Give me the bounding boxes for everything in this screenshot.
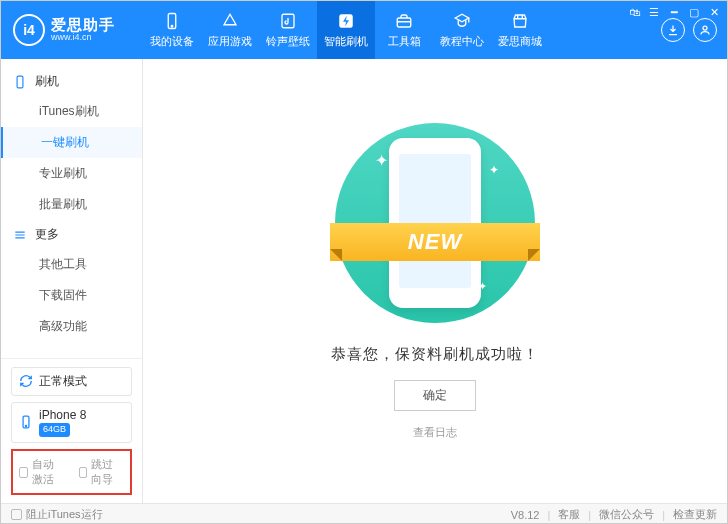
app-header: i4 爱思助手 www.i4.cn 我的设备应用游戏铃声壁纸智能刷机工具箱教程中… (1, 1, 727, 59)
svg-point-8 (25, 426, 26, 427)
block-itunes-checkbox[interactable]: 阻止iTunes运行 (11, 507, 103, 522)
nav-toolbox[interactable]: 工具箱 (375, 1, 433, 59)
toolbox-icon (394, 11, 414, 31)
view-log-link[interactable]: 查看日志 (413, 425, 457, 440)
wechat-link[interactable]: 微信公众号 (599, 507, 654, 522)
sidebar-item[interactable]: iTunes刷机 (1, 96, 142, 127)
sidebar-footer: 正常模式 iPhone 8 64GB 自动激活 跳过向导 (1, 358, 142, 503)
svg-rect-6 (17, 76, 23, 88)
sidebar-item[interactable]: 其他工具 (1, 249, 142, 280)
update-link[interactable]: 检查更新 (673, 507, 717, 522)
brand-url: www.i4.cn (51, 33, 115, 43)
svg-point-5 (703, 26, 707, 30)
auto-activate-checkbox[interactable]: 自动激活 (19, 457, 65, 487)
nav-store[interactable]: 爱思商城 (491, 1, 549, 59)
sidebar-section-1: 更多 (1, 220, 142, 249)
sidebar-item[interactable]: 高级功能 (1, 311, 142, 342)
device-icon (13, 75, 27, 89)
more-icon (13, 228, 27, 242)
brand-name: 爱思助手 (51, 17, 115, 34)
minimize-icon[interactable]: ━ (667, 5, 681, 19)
sparkle-icon: ✦ (489, 163, 499, 177)
nav-music[interactable]: 铃声壁纸 (259, 1, 317, 59)
top-nav: 我的设备应用游戏铃声壁纸智能刷机工具箱教程中心爱思商城 (143, 1, 661, 59)
apps-icon (220, 11, 240, 31)
skip-wizard-checkbox[interactable]: 跳过向导 (79, 457, 125, 487)
sidebar-item[interactable]: 下载固件 (1, 280, 142, 311)
ok-button[interactable]: 确定 (394, 380, 476, 411)
sidebar-item[interactable]: 批量刷机 (1, 189, 142, 220)
nav-phone[interactable]: 我的设备 (143, 1, 201, 59)
svg-rect-4 (397, 18, 411, 27)
highlighted-options: 自动激活 跳过向导 (11, 449, 132, 495)
sidebar-section-0: 刷机 (1, 67, 142, 96)
svg-point-1 (171, 26, 173, 28)
content-panel: ✦ ✦ ✦ NEW 恭喜您，保资料刷机成功啦！ 确定 查看日志 (143, 59, 727, 503)
maximize-icon[interactable]: ▢ (687, 5, 701, 19)
device-info[interactable]: iPhone 8 64GB (11, 402, 132, 443)
logo-mark: i4 (13, 14, 45, 46)
flash-icon (336, 11, 356, 31)
window-controls: 🛍 ☰ ━ ▢ ✕ (627, 5, 721, 19)
status-bar: 阻止iTunes运行 V8.12 | 客服 | 微信公众号 | 检查更新 (1, 503, 727, 524)
brand-logo: i4 爱思助手 www.i4.cn (1, 1, 143, 59)
sidebar: 刷机iTunes刷机一键刷机专业刷机批量刷机更多其他工具下载固件高级功能 正常模… (1, 59, 143, 503)
tutorial-icon (452, 11, 472, 31)
sparkle-icon: ✦ (375, 151, 388, 170)
version-label: V8.12 (511, 509, 540, 521)
refresh-icon (19, 374, 33, 388)
menu-icon[interactable]: ☰ (647, 5, 661, 19)
new-ribbon: NEW (330, 223, 540, 261)
success-illustration: ✦ ✦ ✦ NEW (335, 123, 535, 323)
download-circle-icon[interactable] (661, 18, 685, 42)
music-icon (278, 11, 298, 31)
support-link[interactable]: 客服 (558, 507, 580, 522)
sidebar-item[interactable]: 专业刷机 (1, 158, 142, 189)
close-icon[interactable]: ✕ (707, 5, 721, 19)
store-icon (510, 11, 530, 31)
nav-tutorial[interactable]: 教程中心 (433, 1, 491, 59)
storage-badge: 64GB (39, 423, 70, 437)
nav-apps[interactable]: 应用游戏 (201, 1, 259, 59)
mode-label: 正常模式 (39, 373, 87, 390)
success-message: 恭喜您，保资料刷机成功啦！ (331, 345, 539, 364)
device-mode[interactable]: 正常模式 (11, 367, 132, 396)
phone-icon (19, 415, 33, 429)
user-circle-icon[interactable] (693, 18, 717, 42)
cart-icon[interactable]: 🛍 (627, 5, 641, 19)
main-area: 刷机iTunes刷机一键刷机专业刷机批量刷机更多其他工具下载固件高级功能 正常模… (1, 59, 727, 503)
phone-icon (162, 11, 182, 31)
device-name: iPhone 8 (39, 408, 86, 424)
nav-flash[interactable]: 智能刷机 (317, 1, 375, 59)
sidebar-item[interactable]: 一键刷机 (1, 127, 142, 158)
